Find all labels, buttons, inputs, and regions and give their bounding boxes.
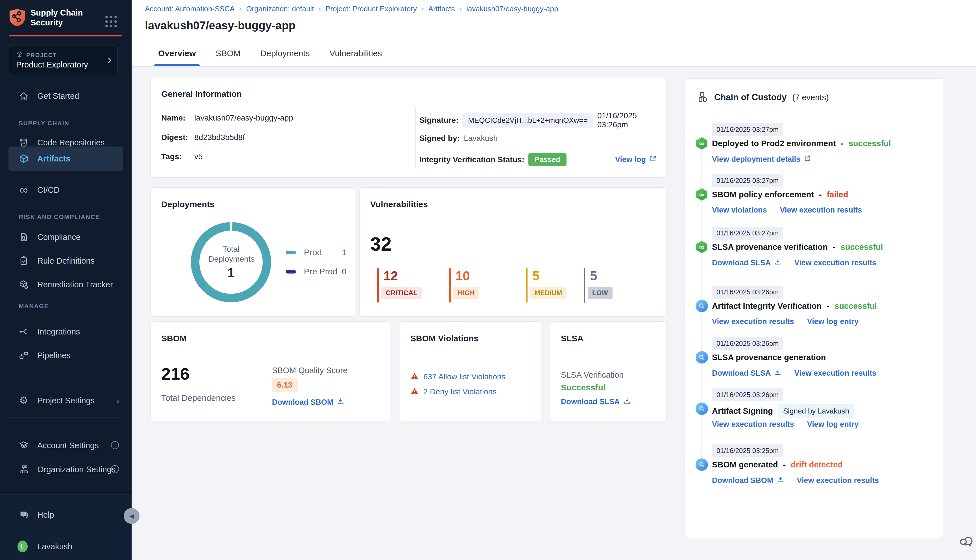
infinity-icon: ∞ (18, 185, 29, 195)
sidebar-item-help[interactable]: ? Help (0, 503, 132, 527)
cube-icon (16, 51, 23, 59)
view-execution-results-link[interactable]: View execution results (794, 258, 877, 267)
general-information-card: General Information Name: lavakush07/eas… (150, 77, 666, 178)
sbom-violations-card: SBOM Violations 637 Allow list Violation… (400, 322, 541, 422)
view-log-entry-link[interactable]: View log entry (807, 317, 859, 326)
breadcrumb-separator: › (421, 5, 424, 13)
download-sbom-link[interactable]: Download SBOM (272, 397, 345, 407)
artifact-cube-icon (18, 153, 29, 164)
breadcrumb: Account: Automation-SSCA › Organization:… (145, 5, 558, 13)
event-title: Artifact Signing (712, 407, 773, 416)
info-icon[interactable]: ⓘ (111, 464, 119, 475)
breadcrumb-artifacts[interactable]: Artifacts (429, 5, 455, 13)
view-execution-results-link[interactable]: View execution results (794, 368, 877, 378)
vulnerabilities-card: Vulnerabilities 32 12 CRITICAL 10 HIGH 5… (359, 187, 666, 317)
external-link-icon (804, 155, 811, 164)
event-status: successful (834, 302, 877, 311)
view-execution-results-link[interactable]: View execution results (712, 420, 794, 429)
sidebar-item-compliance[interactable]: Compliance (0, 225, 132, 249)
digest-value: 8d23bd3b5d8f (194, 133, 245, 142)
view-execution-results-link[interactable]: View execution results (712, 317, 794, 326)
feedback-chat-icon[interactable] (958, 531, 974, 548)
sidebar-item-account-settings[interactable]: Account Settings ⓘ (0, 433, 132, 457)
pipeline-icon: ∞ (696, 188, 708, 201)
sidebar-item-cicd[interactable]: ∞ CI/CD (0, 178, 132, 202)
sidebar-item-integrations[interactable]: Integrations (0, 320, 132, 343)
event-timestamp: 01/16/2025 03:27pm (712, 123, 783, 136)
tab-overview[interactable]: Overview (157, 40, 197, 66)
sidebar-item-artifacts[interactable]: Artifacts (8, 147, 123, 171)
external-link-icon (649, 155, 657, 164)
sidebar-item-remediation-tracker[interactable]: Remediation Tracker (0, 273, 132, 297)
event-status: successful (849, 139, 891, 148)
chain-of-custody-card: Chain of Custody (7 events) ∞ 01/16/2025… (684, 78, 943, 538)
org-chart-icon (18, 464, 29, 475)
donut-center-label: Total Deployments (209, 244, 254, 264)
event-timestamp: 01/16/2025 03:27pm (712, 174, 783, 187)
download-slsa-link[interactable]: Download SLSA (712, 258, 781, 267)
sidebar-item-get-started[interactable]: Get Started (0, 84, 132, 108)
event-timestamp: 01/16/2025 03:27pm (712, 227, 783, 240)
pipelines-icon (18, 350, 29, 360)
tab-bar: Overview SBOM Deployments Vulnerabilitie… (132, 40, 976, 67)
deny-list-violations-link[interactable]: 2 Deny list Violations (423, 387, 497, 396)
slsa-verification-status: Successful (561, 383, 606, 392)
sidebar-item-project-settings[interactable]: ⚙ Project Settings › (0, 389, 132, 412)
scan-icon (696, 402, 708, 415)
signature-label: Signature: (419, 116, 458, 125)
event-timestamp: 01/16/2025 03:26pm (712, 286, 783, 298)
view-deployment-details-link[interactable]: View deployment details (712, 155, 811, 164)
sidebar-collapse-handle[interactable]: ◀ (124, 508, 140, 524)
breadcrumb-current[interactable]: lavakush07/easy-buggy-app (466, 5, 558, 13)
breadcrumb-organization[interactable]: Organization: default (246, 5, 314, 13)
app-switcher-icon[interactable] (105, 16, 117, 27)
sidebar-section-manage: MANAGE (18, 303, 49, 310)
artifact-name-value: lavakush07/easy-buggy-app (194, 113, 293, 122)
download-slsa-link[interactable]: Download SLSA (712, 368, 781, 378)
sidebar-section-risk-compliance: RISK AND COMPLIANCE (18, 213, 100, 221)
download-icon (774, 368, 781, 378)
chain-event: ∞ 01/16/2025 03:27pm SBOM policy enforce… (685, 174, 944, 222)
view-log-link[interactable]: View log (615, 155, 657, 164)
info-icon[interactable]: ⓘ (111, 440, 119, 451)
tab-sbom[interactable]: SBOM (214, 40, 242, 66)
sidebar-item-rule-definitions[interactable]: Rule Definitions (0, 249, 132, 273)
digest-label: Digest: (161, 133, 190, 142)
breadcrumb-project[interactable]: Project: Product Exploratory (325, 5, 417, 13)
view-log-entry-link[interactable]: View log entry (807, 420, 859, 429)
event-title: SLSA provenance generation (712, 353, 826, 362)
chevron-right-icon: › (108, 54, 112, 65)
sidebar: Supply Chain Security PROJECT Product Ex… (0, 0, 132, 560)
sidebar-user[interactable]: L Lavakush (0, 535, 132, 558)
view-execution-results-link[interactable]: View execution results (780, 206, 862, 215)
chevron-right-icon: › (116, 396, 119, 405)
chain-event: 01/16/2025 03:26pm SLSA provenance gener… (685, 337, 944, 385)
severity-medium: 5 MEDIUM (526, 268, 591, 303)
card-title: SBOM Violations (410, 333, 479, 343)
project-name: Product Exploratory (16, 60, 88, 70)
project-selector[interactable]: PROJECT Product Exploratory › (9, 45, 117, 75)
divider (415, 107, 416, 168)
signature-value: MEQCICde2VjIT...bL+2+mqnOXw== (462, 113, 593, 128)
allow-list-violations-link[interactable]: 637 Allow list Violations (423, 372, 506, 381)
download-sbom-link[interactable]: Download SBOM (712, 476, 784, 485)
chain-event: 01/16/2025 03:25pm SBOM generated - drif… (685, 444, 944, 492)
chain-event: ∞ 01/16/2025 03:27pm SLSA provenance ver… (685, 227, 944, 275)
breadcrumb-account[interactable]: Account: Automation-SSCA (145, 5, 235, 13)
svg-text:</>: </> (22, 142, 25, 145)
breadcrumb-separator: › (459, 5, 462, 13)
sbom-quality-label: SBOM Quality Score (272, 366, 348, 375)
clipboard-check-icon (18, 256, 29, 266)
app-logo: Supply Chain Security (9, 8, 83, 28)
view-execution-results-link[interactable]: View execution results (797, 476, 879, 485)
sidebar-divider (9, 382, 123, 382)
tab-vulnerabilities[interactable]: Vulnerabilities (328, 40, 384, 66)
sidebar-item-organization-settings[interactable]: Organization Settings ⓘ (0, 458, 132, 481)
signed-by-badge: Signed by Lavakush (778, 404, 854, 418)
view-violations-link[interactable]: View violations (712, 206, 767, 215)
sidebar-item-pipelines[interactable]: Pipelines (0, 343, 132, 367)
tab-deployments[interactable]: Deployments (259, 40, 312, 66)
donut-total-value: 1 (227, 265, 235, 280)
chain-event: ∞ 01/16/2025 03:27pm Deployed to Prod2 e… (685, 123, 944, 171)
download-slsa-link[interactable]: Download SLSA (561, 397, 631, 407)
